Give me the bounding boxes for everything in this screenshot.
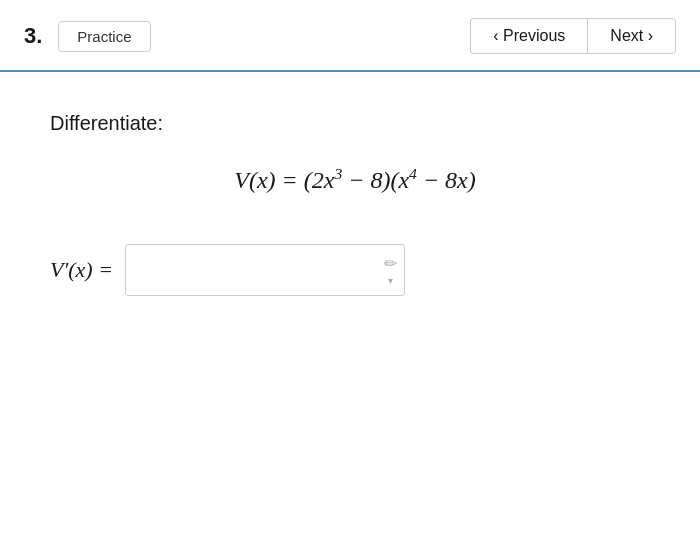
problem-number: 3. bbox=[24, 23, 42, 49]
answer-row: V′(x) = ✏ ▾ bbox=[50, 244, 660, 296]
input-icons: ✏ ▾ bbox=[384, 254, 397, 286]
answer-input-wrapper: ✏ ▾ bbox=[125, 244, 405, 296]
answer-input[interactable] bbox=[125, 244, 405, 296]
top-bar: 3. Practice ‹ Previous Next › bbox=[0, 0, 700, 72]
next-button[interactable]: Next › bbox=[587, 18, 676, 54]
previous-button[interactable]: ‹ Previous bbox=[470, 18, 587, 54]
pencil-icon[interactable]: ✏ bbox=[384, 254, 397, 273]
nav-buttons: ‹ Previous Next › bbox=[470, 18, 676, 54]
practice-button[interactable]: Practice bbox=[58, 21, 150, 52]
formula-display: V(x) = (2x3 − 8)(x4 − 8x) bbox=[50, 165, 660, 194]
formula: V(x) = (2x3 − 8)(x4 − 8x) bbox=[234, 167, 475, 193]
instruction-text: Differentiate: bbox=[50, 112, 660, 135]
chevron-down-icon[interactable]: ▾ bbox=[388, 275, 393, 286]
content-area: Differentiate: V(x) = (2x3 − 8)(x4 − 8x)… bbox=[0, 72, 700, 326]
answer-label: V′(x) = bbox=[50, 257, 113, 283]
left-section: 3. Practice bbox=[24, 21, 151, 52]
